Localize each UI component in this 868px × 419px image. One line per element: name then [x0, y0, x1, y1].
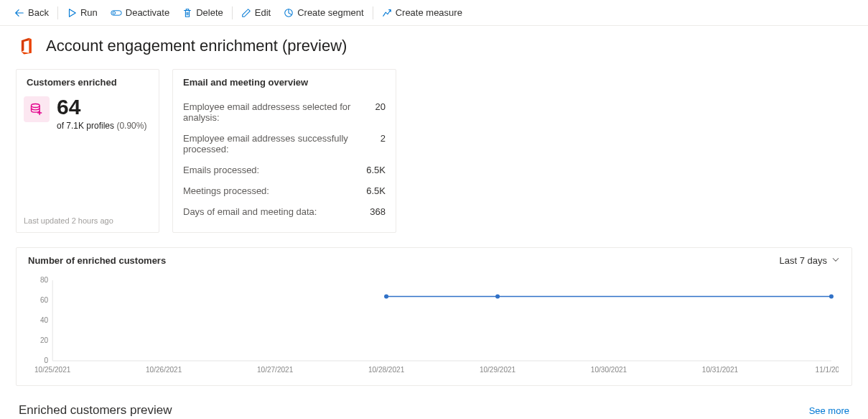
arrow-left-icon: [14, 8, 24, 18]
overview-row-label: Employee email addressess selected for a…: [183, 101, 375, 123]
overview-row-value: 6.5K: [366, 165, 386, 175]
svg-text:80: 80: [40, 276, 49, 284]
date-range-dropdown[interactable]: Last 7 days: [780, 255, 841, 266]
page-header: Account engagement enrichment (preview): [16, 36, 852, 56]
enriched-subtitle-prefix: of 7.1K profiles: [57, 121, 116, 131]
overview-row-value: 6.5K: [366, 185, 386, 196]
chart-title: Number of enriched customers: [28, 255, 166, 266]
svg-point-21: [829, 294, 834, 298]
see-more-link[interactable]: See more: [809, 405, 849, 416]
overview-row-label: Meetings processed:: [183, 185, 269, 196]
create-measure-button[interactable]: Create measure: [376, 4, 468, 21]
deactivate-label: Deactivate: [126, 7, 169, 18]
overview-row: Employee email addressess selected for a…: [183, 96, 386, 128]
svg-text:11/1/2021: 11/1/2021: [816, 366, 839, 374]
overview-row: Meetings processed:6.5K: [183, 180, 386, 201]
last-updated-text: Last updated 2 hours ago: [17, 211, 159, 232]
page-title: Account engagement enrichment (preview): [46, 37, 347, 55]
overview-row-label: Days of email and meeting data:: [183, 206, 317, 217]
chevron-down-icon: [831, 255, 840, 266]
overview-row: Employee email addresses successfully pr…: [183, 128, 386, 160]
overview-row-value: 2: [381, 133, 386, 155]
overview-row: Emails processed:6.5K: [183, 160, 386, 180]
edit-button[interactable]: Edit: [235, 4, 276, 21]
svg-text:0: 0: [45, 356, 49, 364]
delete-button[interactable]: Delete: [177, 4, 229, 21]
svg-text:10/25/2021: 10/25/2021: [34, 366, 71, 374]
svg-text:20: 20: [40, 336, 49, 344]
chart-card: Number of enriched customers Last 7 days…: [16, 247, 852, 386]
deactivate-button[interactable]: Deactivate: [105, 4, 175, 21]
svg-text:10/30/2021: 10/30/2021: [591, 366, 627, 374]
preview-title: Enriched customers preview: [19, 403, 172, 418]
enriched-subtitle-pct: (0.90%): [116, 121, 146, 131]
enrichment-icon: [24, 96, 50, 122]
svg-text:10/27/2021: 10/27/2021: [257, 366, 294, 374]
command-bar: Back Run Deactivate Delete Edit Create s…: [0, 0, 868, 26]
toolbar-separator: [373, 6, 373, 19]
svg-text:10/29/2021: 10/29/2021: [480, 366, 516, 374]
toolbar-separator: [232, 6, 233, 19]
delete-label: Delete: [196, 7, 223, 18]
run-button[interactable]: Run: [61, 4, 103, 21]
customers-enriched-header: Customers enriched: [17, 70, 159, 93]
svg-text:60: 60: [40, 296, 49, 304]
svg-point-1: [113, 11, 116, 14]
svg-point-20: [495, 294, 500, 298]
enriched-subtitle: of 7.1K profiles (0.90%): [57, 121, 146, 131]
overview-row: Days of email and meeting data:368: [183, 201, 386, 222]
office-logo-icon: [16, 36, 36, 56]
overview-row-value: 20: [375, 101, 386, 123]
trash-icon: [182, 8, 192, 18]
toggle-icon: [111, 8, 122, 18]
create-segment-button[interactable]: Create segment: [278, 4, 370, 21]
preview-section: Enriched customers preview See more Prim…: [16, 403, 852, 419]
run-label: Run: [80, 7, 98, 18]
overview-row-value: 368: [370, 206, 386, 217]
back-button[interactable]: Back: [9, 4, 55, 21]
svg-text:40: 40: [40, 316, 49, 324]
svg-text:10/28/2021: 10/28/2021: [368, 366, 405, 374]
overview-row-label: Employee email addresses successfully pr…: [183, 133, 381, 155]
date-range-label: Last 7 days: [780, 255, 828, 266]
create-segment-label: Create segment: [297, 7, 364, 18]
enriched-count: 64: [57, 96, 146, 118]
create-measure-label: Create measure: [396, 7, 462, 18]
pencil-icon: [241, 8, 251, 18]
measure-icon: [382, 8, 392, 18]
svg-point-19: [384, 294, 388, 298]
toolbar-separator: [57, 6, 58, 19]
overview-row-label: Emails processed:: [183, 165, 259, 175]
back-label: Back: [28, 7, 49, 18]
svg-text:10/26/2021: 10/26/2021: [146, 366, 182, 374]
segment-icon: [284, 8, 294, 18]
svg-text:10/31/2021: 10/31/2021: [702, 366, 739, 374]
play-icon: [67, 8, 77, 18]
customers-enriched-card: Customers enriched 64 of 7.1K profiles (…: [16, 69, 159, 233]
svg-point-3: [32, 104, 40, 108]
edit-label: Edit: [255, 7, 271, 18]
line-chart: 02040608010/25/202110/26/202110/27/20211…: [29, 276, 839, 377]
overview-header: Email and meeting overview: [173, 70, 396, 93]
overview-card: Email and meeting overview Employee emai…: [172, 69, 396, 233]
